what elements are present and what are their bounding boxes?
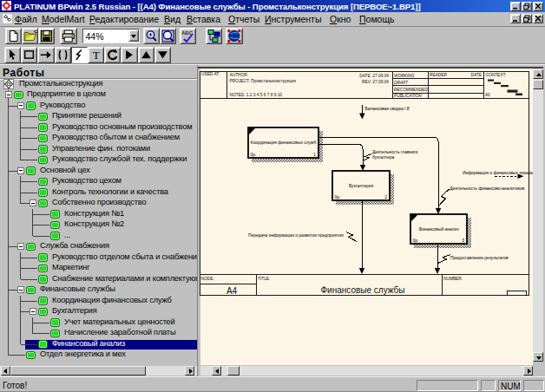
svg-text:AUTHOR:: AUTHOR:	[230, 73, 249, 77]
svg-text:Координация финансовых служб: Координация финансовых служб	[251, 140, 317, 145]
svg-text:REV: 27.09.04: REV: 27.09.04	[362, 80, 389, 84]
svg-text:Балансовая сводка I 8: Балансовая сводка I 8	[365, 107, 410, 111]
svg-text:DATE: DATE	[471, 73, 482, 77]
svg-text:бухгалтера: бухгалтера	[372, 155, 394, 160]
svg-text:Передача информации о развитии: Передача информации о развитии предприят…	[248, 233, 344, 238]
svg-text:A4: A4	[227, 286, 238, 296]
svg-text:3: 3	[462, 238, 464, 243]
svg-text:Деятельность главного: Деятельность главного	[372, 150, 418, 154]
svg-text:USED AT:: USED AT:	[201, 72, 220, 76]
svg-text:Предоставление результатов: Предоставление результатов	[450, 256, 509, 260]
svg-text:0р.: 0р.	[335, 195, 341, 199]
svg-text:NOTES: 1 2 3 4 5 6 7 8: NOTES: 1 2 3 4 5 6 7 8 9 10	[230, 93, 283, 97]
svg-text:DRAFT: DRAFT	[394, 81, 409, 85]
svg-text:Финансовые службы: Финансовые службы	[321, 285, 405, 295]
svg-text:Финансовый анализ: Финансовый анализ	[419, 226, 460, 232]
svg-text:1: 1	[313, 153, 316, 157]
svg-text:0р.: 0р.	[251, 153, 257, 157]
svg-text:Бухгалтерия: Бухгалтерия	[349, 184, 374, 188]
svg-text:CONTEXT:: CONTEXT:	[486, 73, 507, 77]
svg-text:NUMBER:: NUMBER:	[443, 277, 463, 281]
svg-text:2: 2	[384, 195, 387, 199]
svg-text:READER: READER	[430, 73, 448, 77]
svg-text:Деятельность финансово-аналити: Деятельность финансово-аналитиков	[450, 186, 524, 191]
svg-text:DATE: 27.09.04: DATE: 27.09.04	[359, 74, 389, 78]
svg-text:TITLE:: TITLE:	[258, 277, 270, 281]
svg-text:A0: A0	[485, 93, 490, 97]
svg-text:WORKING: WORKING	[394, 74, 415, 78]
svg-text:0р.: 0р.	[413, 238, 419, 243]
svg-text:Информация о финансовых показа: Информация о финансовых показат.	[463, 171, 535, 175]
svg-text:NODE:: NODE:	[201, 277, 214, 281]
svg-text:RECOMMENDED: RECOMMENDED	[394, 88, 428, 92]
svg-text:PUBLICATION: PUBLICATION	[394, 94, 422, 98]
svg-text:PROJECT: Промстальконструкция: PROJECT: Промстальконструкция	[230, 79, 297, 83]
